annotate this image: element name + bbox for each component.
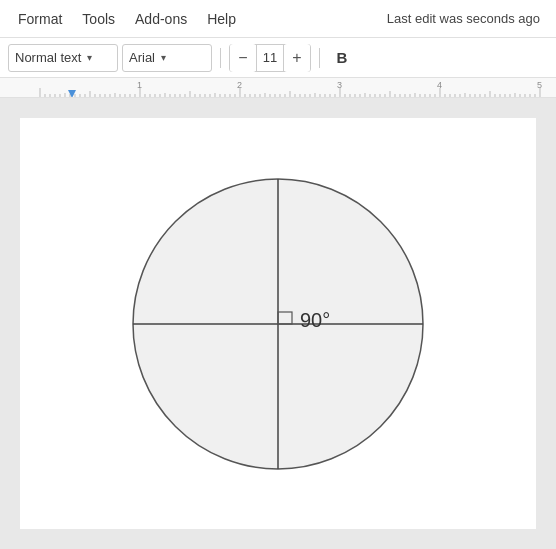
font-select[interactable]: Arial ▾ [122, 44, 212, 72]
toolbar-divider-1 [220, 48, 221, 68]
document-page: 90° [20, 118, 536, 529]
bold-button[interactable]: B [328, 44, 356, 72]
paragraph-style-select[interactable]: Normal text ▾ [8, 44, 118, 72]
font-size-decrease-button[interactable]: − [230, 44, 256, 72]
font-size-value[interactable]: 11 [256, 44, 284, 72]
geometry-diagram: 90° [118, 164, 438, 484]
menu-format[interactable]: Format [8, 7, 72, 31]
font-chevron-icon: ▾ [161, 52, 166, 63]
toolbar: Normal text ▾ Arial ▾ − 11 + B [0, 38, 556, 78]
last-edit-text: Last edit was seconds ago [387, 11, 540, 26]
font-size-controls: − 11 + [229, 44, 311, 72]
paragraph-style-label: Normal text [15, 50, 81, 65]
ruler [0, 78, 556, 98]
angle-label: 90° [300, 309, 330, 331]
font-label: Arial [129, 50, 155, 65]
diagram-container: 90° [118, 164, 438, 484]
menu-addons[interactable]: Add-ons [125, 7, 197, 31]
paragraph-style-chevron-icon: ▾ [87, 52, 92, 63]
toolbar-divider-2 [319, 48, 320, 68]
menu-bar: Format Tools Add-ons Help Last edit was … [0, 0, 556, 38]
menu-help[interactable]: Help [197, 7, 246, 31]
font-size-increase-button[interactable]: + [284, 44, 310, 72]
menu-tools[interactable]: Tools [72, 7, 125, 31]
document-area: 90° [0, 98, 556, 549]
